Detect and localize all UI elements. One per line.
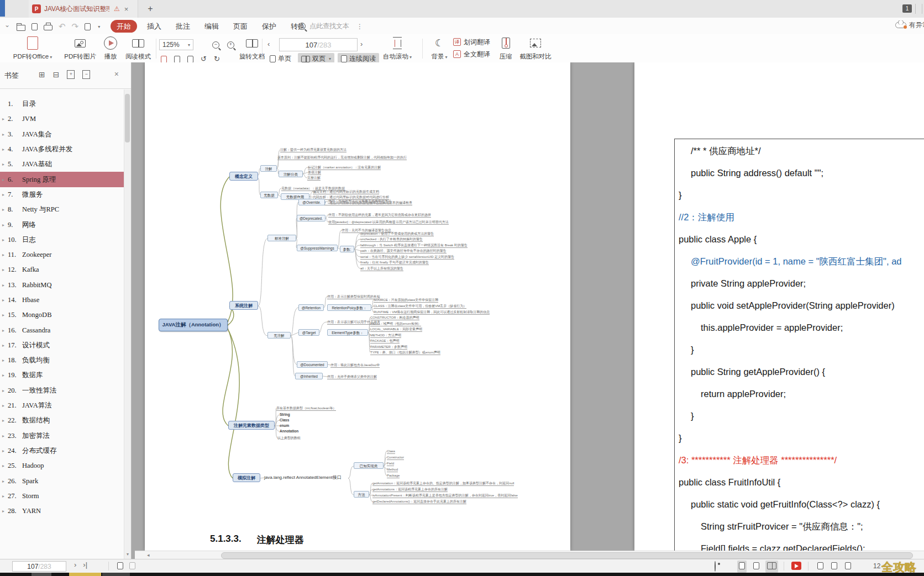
expand-arrow-icon[interactable]: ▸ (0, 117, 7, 121)
scroll-left-icon[interactable]: ◂ (147, 552, 150, 558)
remove-bookmark-icon[interactable]: − (82, 70, 90, 79)
edit-doc-icon[interactable] (85, 23, 91, 30)
word-translate-button[interactable]: 译划词翻译 (453, 36, 490, 48)
expand-arrow-icon[interactable]: ▸ (0, 448, 7, 453)
more-options-icon[interactable]: ⋮ (356, 23, 363, 30)
background-button[interactable]: ☾ 背景▾ (427, 35, 452, 61)
screenshot-compare-button[interactable]: 截图和对比 (514, 35, 557, 61)
bookmark-item[interactable]: ▸ 21. JAVA算法 (0, 398, 125, 413)
bookmark-item[interactable]: ▸ 26. Spark (0, 473, 125, 488)
menu-tab[interactable]: 插入 (147, 20, 161, 33)
bookmark-item[interactable]: ▸ 12. Kafka (0, 262, 125, 277)
zoom-in-icon[interactable]: + (227, 41, 234, 49)
tab-start[interactable]: 开始 (111, 20, 137, 33)
expand-arrow-icon[interactable]: ▸ (0, 509, 7, 514)
bookmark-item[interactable]: ▸ 11. Zookeeper (0, 247, 125, 262)
bookmark-item[interactable]: ▸ 8. Netty 与RPC (0, 202, 125, 217)
fit-page-icon[interactable] (830, 561, 839, 573)
expand-arrow-icon[interactable]: ▸ (0, 162, 7, 167)
fit-width-icon[interactable] (187, 56, 193, 63)
expand-arrow-icon[interactable]: ▸ (0, 192, 7, 197)
full-translate-button[interactable]: A全文翻译 (453, 48, 490, 60)
continuous-mode-icon[interactable] (737, 561, 747, 573)
bookmark-item[interactable]: ▸ 13. RabbitMQ (0, 278, 125, 293)
rotate-doc-button[interactable]: 旋转文档 (237, 35, 267, 61)
expand-arrow-icon[interactable]: ▸ (0, 207, 7, 212)
fit-page-icon[interactable] (174, 56, 180, 63)
bookmark-item[interactable]: ▸ 4. JAVA多线程并发 (0, 142, 125, 157)
qat-dropdown-icon[interactable]: ▾ (98, 24, 100, 29)
bookmark-item[interactable]: ▸ 22. 数据结构 (0, 413, 125, 428)
expand-arrow-icon[interactable]: ▸ (0, 237, 7, 242)
prev-page-icon[interactable]: ‹ (267, 40, 270, 48)
actual-size-icon[interactable] (816, 561, 825, 573)
find-text-box[interactable]: 点此查找文本 ⋮ (298, 20, 363, 32)
menu-tab[interactable]: 保护 (262, 20, 276, 33)
menu-tab[interactable]: 批注 (176, 20, 190, 33)
expand-arrow-icon[interactable]: ▸ (0, 494, 7, 499)
expand-arrow-icon[interactable]: ▸ (0, 358, 7, 363)
zoom-out-icon[interactable]: − (212, 41, 219, 49)
scrollbar-thumb[interactable] (125, 94, 130, 142)
expand-all-icon[interactable]: ⊞ (39, 70, 45, 79)
horizontal-scrollbar[interactable]: ◂ (135, 551, 924, 559)
expand-arrow-icon[interactable]: ▸ (0, 313, 7, 318)
open-file-icon[interactable] (17, 25, 25, 31)
bookmark-item[interactable]: ▸ 28. YARN (0, 504, 125, 519)
bookmark-item[interactable]: ▸ 25. Hadoop (0, 458, 125, 473)
cloud-sync-status[interactable]: 有异常 (895, 20, 924, 30)
previous-view-icon[interactable] (117, 562, 123, 572)
undo-icon[interactable]: ↶ (59, 22, 66, 31)
fit-width-icon[interactable] (843, 561, 853, 573)
add-bookmark-icon[interactable]: + (67, 70, 75, 79)
bookmark-item[interactable]: ▸ 14. Hbase (0, 293, 125, 308)
single-page-mode-icon[interactable] (752, 561, 761, 573)
expand-arrow-icon[interactable]: ▸ (0, 403, 7, 408)
redo-icon[interactable]: ↷ (72, 22, 79, 31)
bookmark-item[interactable]: ▸ 19. 数据库 (0, 368, 125, 383)
pdf-to-office-button[interactable]: PDF转Office▾ (3, 35, 62, 61)
expand-arrow-icon[interactable]: ▸ (0, 373, 7, 378)
bookmark-item[interactable]: ▸ 16. Cassandra (0, 323, 125, 337)
collapse-all-icon[interactable]: ⊟ (53, 70, 60, 79)
expand-arrow-icon[interactable]: ▸ (0, 388, 7, 393)
next-view-icon[interactable] (129, 562, 135, 572)
expand-arrow-icon[interactable]: ▸ (0, 418, 7, 423)
next-page-icon[interactable]: › (360, 40, 363, 48)
reading-mode-button[interactable]: 阅读模式 (123, 35, 154, 61)
bookmark-item[interactable]: ▸ 24. 分布式缓存 (0, 443, 125, 458)
expand-arrow-icon[interactable]: ▸ (0, 252, 7, 257)
expand-arrow-icon[interactable]: ▸ (0, 132, 7, 137)
next-page-icon[interactable]: › (74, 561, 76, 569)
compress-button[interactable]: 压缩 (495, 35, 516, 61)
bookmark-item[interactable]: ▸ 9. 网络 (0, 217, 125, 232)
expand-arrow-icon[interactable]: ▸ (0, 177, 7, 182)
expand-arrow-icon[interactable]: ▸ (0, 147, 7, 152)
print-icon[interactable] (44, 25, 53, 30)
last-page-icon[interactable]: ›| (83, 561, 87, 569)
bookmark-item[interactable]: ▸ 20. 一致性算法 (0, 383, 125, 398)
bookmark-item[interactable]: ▸ 5. JAVA基础 (0, 157, 125, 172)
bookmark-item[interactable]: ▸ 2. JVM (0, 112, 125, 126)
auto-scroll-button[interactable]: 自动滚动▾ (378, 35, 417, 61)
sidebar-scrollbar[interactable]: ▾ (124, 89, 131, 559)
save-icon[interactable] (32, 23, 38, 30)
play-mode-button[interactable] (791, 562, 801, 570)
bookmark-item[interactable]: ▸ 1. 目录 (0, 97, 125, 112)
actual-size-icon[interactable] (161, 56, 167, 63)
window-count-badge[interactable]: 1 (902, 4, 912, 13)
expand-arrow-icon[interactable]: ▸ (0, 298, 7, 303)
bookmark-item[interactable]: ▸ 23. 加密算法 (0, 429, 125, 443)
collapse-toolbar-icon[interactable]: ⌄ (4, 21, 10, 29)
play-button[interactable]: 播放 (99, 35, 122, 61)
bookmark-item[interactable]: ▸ 3. JAVA集合 (0, 127, 125, 142)
expand-arrow-icon[interactable]: ▸ (0, 328, 7, 333)
pdf-to-image-button[interactable]: PDF转图片 (62, 35, 98, 61)
new-tab-button[interactable]: + (144, 2, 157, 15)
menu-tab[interactable]: 编辑 (204, 20, 219, 33)
expand-arrow-icon[interactable]: ▸ (0, 479, 7, 484)
bookmark-item[interactable]: ▸ 7. 微服务 (0, 187, 125, 202)
bookmark-item[interactable]: ▸ 27. Storm (0, 489, 125, 504)
bookmark-item[interactable]: ▸ 17. 设计模式 (0, 338, 125, 353)
bookmark-item[interactable]: ▸ 10. 日志 (0, 232, 125, 247)
